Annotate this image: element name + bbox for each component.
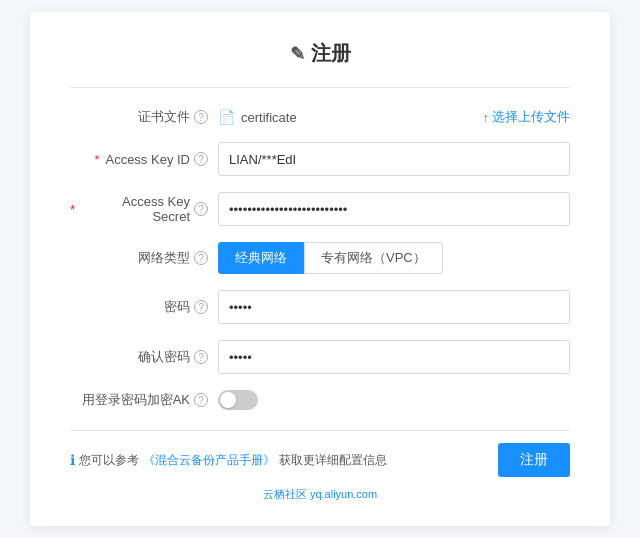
network-type-label: 网络类型 ? — [70, 249, 218, 267]
encrypt-help-icon[interactable]: ? — [194, 393, 208, 407]
divider — [70, 87, 570, 88]
toggle-thumb — [220, 392, 236, 408]
cert-row: 证书文件 ? 📄 certificate ↑ 选择上传文件 — [70, 108, 570, 126]
access-key-secret-help-icon[interactable]: ? — [194, 202, 208, 216]
cert-label: 证书文件 ? — [70, 108, 218, 126]
access-key-id-help-icon[interactable]: ? — [194, 152, 208, 166]
watermark: 云栖社区 yq.aliyun.com — [70, 487, 570, 502]
edit-icon: ✎ — [290, 43, 305, 65]
register-card: ✎ 注册 证书文件 ? 📄 certificate ↑ 选择上传文件 * Acc… — [30, 12, 610, 526]
network-type-help-icon[interactable]: ? — [194, 251, 208, 265]
confirm-password-input[interactable] — [218, 340, 570, 374]
password-help-icon[interactable]: ? — [194, 300, 208, 314]
confirm-password-row: 确认密码 ? — [70, 340, 570, 374]
access-key-id-row: * Access Key ID ? — [70, 142, 570, 176]
access-key-secret-label: * Access Key Secret ? — [70, 194, 218, 224]
confirm-password-help-icon[interactable]: ? — [194, 350, 208, 364]
encrypt-toggle[interactable] — [218, 390, 258, 410]
network-type-row: 网络类型 ? 经典网络 专有网络（VPC） — [70, 242, 570, 274]
access-key-secret-row: * Access Key Secret ? — [70, 192, 570, 226]
access-key-id-label: * Access Key ID ? — [70, 152, 218, 167]
access-key-secret-input[interactable] — [218, 192, 570, 226]
confirm-password-label: 确认密码 ? — [70, 348, 218, 366]
cert-value: 📄 certificate — [218, 109, 473, 125]
encrypt-row: 用登录密码加密AK ? — [70, 390, 570, 410]
footer: ℹ 您可以参考 《混合云备份产品手册》 获取更详细配置信息 注册 — [70, 430, 570, 477]
submit-button[interactable]: 注册 — [498, 443, 570, 477]
access-key-id-control — [218, 142, 570, 176]
encrypt-control — [218, 390, 570, 410]
password-label: 密码 ? — [70, 298, 218, 316]
encrypt-label: 用登录密码加密AK ? — [70, 391, 218, 409]
password-row: 密码 ? — [70, 290, 570, 324]
network-buttons: 经典网络 专有网络（VPC） — [218, 242, 443, 274]
network-type-control: 经典网络 专有网络（VPC） — [218, 242, 570, 274]
cert-control: 📄 certificate ↑ 选择上传文件 — [218, 108, 570, 126]
password-input[interactable] — [218, 290, 570, 324]
classic-network-btn[interactable]: 经典网络 — [218, 242, 304, 274]
upload-link[interactable]: ↑ 选择上传文件 — [483, 108, 571, 126]
upload-icon: ↑ — [483, 110, 490, 125]
access-key-secret-control — [218, 192, 570, 226]
manual-link[interactable]: 《混合云备份产品手册》 — [143, 452, 275, 469]
file-icon: 📄 — [218, 109, 235, 125]
confirm-password-control — [218, 340, 570, 374]
vpc-network-btn[interactable]: 专有网络（VPC） — [304, 242, 443, 274]
footer-info: ℹ 您可以参考 《混合云备份产品手册》 获取更详细配置信息 — [70, 452, 387, 469]
cert-help-icon[interactable]: ? — [194, 110, 208, 124]
info-icon: ℹ — [70, 452, 75, 468]
page-title: ✎ 注册 — [70, 40, 570, 67]
password-control — [218, 290, 570, 324]
access-key-id-input[interactable] — [218, 142, 570, 176]
